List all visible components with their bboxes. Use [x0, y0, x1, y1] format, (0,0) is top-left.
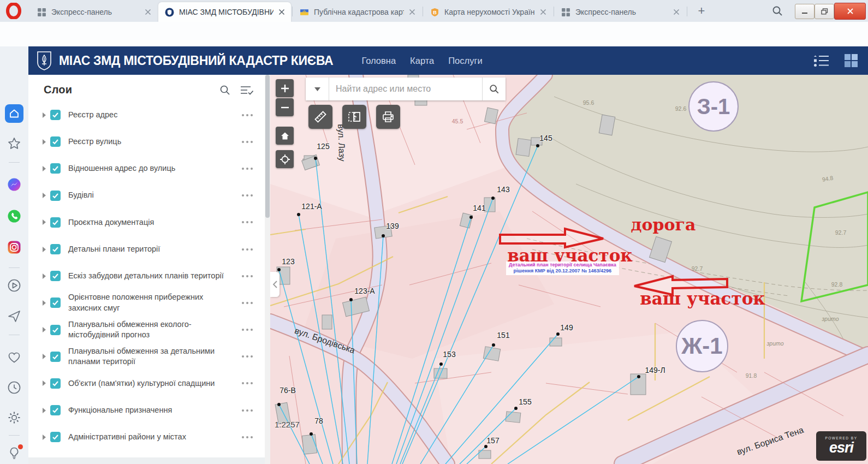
instagram-icon[interactable] — [7, 240, 21, 254]
zoom-out-button[interactable] — [276, 98, 294, 116]
expand-arrow-icon[interactable] — [43, 300, 46, 306]
layers-filter-icon[interactable] — [240, 84, 254, 96]
expand-arrow-icon[interactable] — [43, 219, 46, 225]
layer-checkbox[interactable] — [50, 378, 61, 389]
layer-row[interactable]: Реєстр вулиць — [28, 128, 265, 155]
layer-options-button[interactable] — [242, 194, 253, 197]
layer-options-button[interactable] — [242, 221, 253, 223]
map-viewport[interactable]: 125 145 143 141 121-А 139 123 123-А 151 … — [270, 75, 868, 464]
panel-collapse-button[interactable] — [270, 272, 280, 297]
layer-row[interactable]: Реєстр адрес — [28, 102, 265, 128]
favorites-heart-icon[interactable] — [7, 350, 21, 365]
tab-realty-map[interactable]: B Карта нерухомості України — [424, 2, 552, 22]
layer-checkbox[interactable] — [50, 244, 61, 254]
layer-row[interactable]: Проєктна документація — [28, 209, 265, 236]
map-search-input[interactable] — [329, 78, 482, 100]
expand-arrow-icon[interactable] — [43, 166, 46, 171]
expand-arrow-icon[interactable] — [43, 193, 46, 198]
expand-arrow-icon[interactable] — [43, 354, 46, 359]
layer-checkbox[interactable] — [50, 136, 61, 147]
layer-checkbox[interactable] — [50, 110, 61, 120]
window-close-button[interactable] — [834, 3, 866, 20]
expand-arrow-icon[interactable] — [43, 112, 46, 118]
locate-button[interactable] — [276, 150, 294, 168]
layer-checkbox[interactable] — [50, 325, 61, 335]
tab-close-icon[interactable] — [407, 7, 417, 17]
tab-close-icon[interactable] — [143, 7, 153, 17]
window-restore-button[interactable] — [815, 4, 834, 19]
tab-miac-active[interactable]: МІАС ЗМД МІСТОБУДІВНИЙ — [158, 2, 291, 22]
zoom-in-button[interactable] — [276, 79, 294, 97]
expand-arrow-icon[interactable] — [43, 139, 46, 145]
tab-speed-dial-2[interactable]: Экспресс-панель — [555, 2, 686, 22]
layer-row[interactable]: Адміністративні райони у містах — [28, 424, 265, 450]
layer-row[interactable]: Детальні плани території — [28, 236, 265, 263]
tab-cadastre-map[interactable]: Публічна кадастрова карта — [293, 2, 421, 22]
layer-row[interactable]: Об'єкти (пам'ятки) культурної спадщини — [28, 370, 265, 397]
layer-row[interactable]: Орієнтовне положення прибережних захисни… — [28, 289, 265, 316]
layer-options-button[interactable] — [242, 275, 253, 277]
history-clock-icon[interactable] — [7, 380, 21, 395]
nav-map-link[interactable]: Карта — [410, 56, 434, 66]
swipe-tool-button[interactable] — [342, 105, 366, 129]
scrollbar-thumb[interactable] — [265, 75, 270, 218]
layer-row[interactable]: Планувальні обмеження за детальними план… — [28, 343, 265, 370]
layer-options-button[interactable] — [242, 114, 253, 116]
layer-checkbox[interactable] — [50, 405, 61, 415]
tab-close-icon[interactable] — [277, 7, 287, 17]
map-search-button[interactable] — [482, 78, 506, 100]
tab-speed-dial-1[interactable]: Экспресс-панель — [31, 2, 157, 22]
layer-checkbox[interactable] — [50, 217, 61, 228]
layer-checkbox[interactable] — [50, 352, 61, 362]
print-tool-button[interactable] — [376, 105, 400, 129]
expand-arrow-icon[interactable] — [43, 380, 46, 386]
home-extent-button[interactable] — [276, 127, 294, 145]
bookmarks-star-icon[interactable] — [7, 136, 21, 151]
layer-checkbox[interactable] — [50, 432, 61, 442]
layers-search-icon[interactable] — [219, 84, 231, 96]
sidebar-home-button[interactable] — [5, 104, 23, 123]
layer-row[interactable]: Функціональне призначення — [28, 397, 265, 424]
opera-logo-icon[interactable] — [5, 3, 22, 19]
layer-checkbox[interactable] — [50, 191, 61, 201]
search-tabs-icon[interactable] — [771, 5, 783, 17]
expand-arrow-icon[interactable] — [43, 247, 46, 252]
layer-checkbox[interactable] — [50, 298, 61, 308]
tab-close-icon[interactable] — [538, 7, 548, 17]
expand-arrow-icon[interactable] — [43, 273, 46, 279]
apps-grid-icon[interactable] — [844, 53, 858, 68]
layer-options-button[interactable] — [242, 436, 253, 438]
layer-options-button[interactable] — [242, 248, 253, 251]
nav-services-link[interactable]: Послуги — [448, 56, 482, 66]
measure-tool-button[interactable] — [308, 105, 332, 129]
layer-checkbox[interactable] — [50, 271, 61, 281]
expand-arrow-icon[interactable] — [43, 327, 46, 332]
expand-arrow-icon[interactable] — [43, 408, 46, 413]
layer-options-button[interactable] — [242, 168, 253, 170]
new-tab-button[interactable]: + — [694, 4, 709, 19]
layers-scrollbar[interactable] — [265, 75, 270, 464]
tab-label: Экспресс-панель — [51, 8, 140, 16]
settings-gear-icon[interactable] — [7, 411, 21, 425]
layer-checkbox[interactable] — [50, 163, 61, 174]
layer-options-button[interactable] — [242, 302, 253, 304]
layer-options-button[interactable] — [242, 355, 253, 358]
my-flow-send-icon[interactable] — [7, 309, 21, 323]
layer-row[interactable]: Планувальні обмеження еколого-містобудів… — [28, 317, 265, 343]
tab-close-icon[interactable] — [671, 7, 681, 17]
layer-row[interactable]: Відношення адрес до вулиць — [28, 155, 265, 182]
legend-list-icon[interactable] — [813, 54, 830, 67]
layer-row[interactable]: Ескіз забудови детальних планів територі… — [28, 263, 265, 289]
player-icon[interactable] — [7, 278, 21, 293]
layer-options-button[interactable] — [242, 141, 253, 143]
window-minimize-button[interactable] — [795, 4, 815, 19]
expand-arrow-icon[interactable] — [43, 435, 46, 440]
messenger-icon[interactable] — [7, 177, 21, 192]
whatsapp-icon[interactable] — [7, 209, 21, 223]
layer-options-button[interactable] — [242, 382, 253, 384]
layer-row[interactable]: Будівлі — [28, 182, 265, 209]
layer-options-button[interactable] — [242, 409, 253, 412]
search-source-dropdown[interactable] — [306, 78, 329, 100]
layer-options-button[interactable] — [242, 329, 253, 331]
nav-home-link[interactable]: Головна — [361, 56, 396, 66]
